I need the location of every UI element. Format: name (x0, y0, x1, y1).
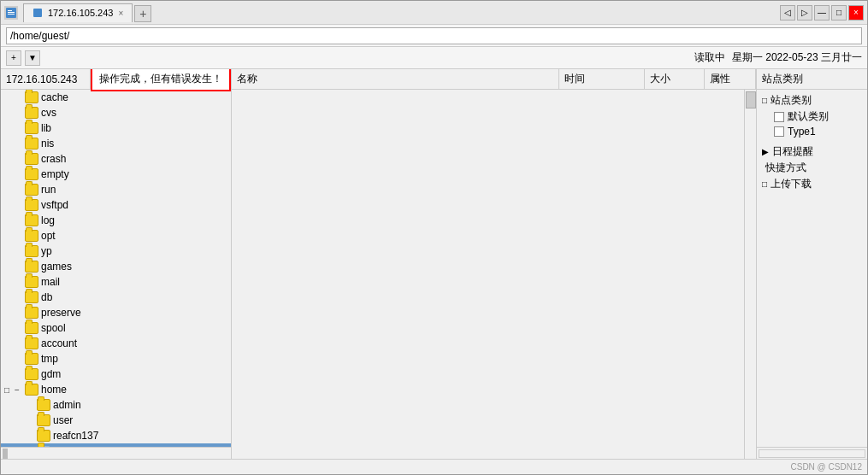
list-item[interactable]: vsftpd (1, 197, 231, 213)
col-attr-label: 属性 (710, 72, 730, 86)
tab-icon (32, 8, 43, 18)
list-item[interactable]: yp (1, 243, 231, 259)
folder-label: spool (41, 322, 66, 334)
collapse-icon[interactable]: □ (762, 96, 767, 105)
folder-icon (25, 368, 38, 380)
close-button[interactable]: × (848, 5, 864, 21)
list-item[interactable]: mail (1, 274, 231, 290)
list-item[interactable]: opt (1, 228, 231, 243)
list-item[interactable]: cache (1, 90, 231, 105)
checkbox-type1[interactable] (774, 126, 784, 137)
folder-icon (25, 230, 38, 242)
col-time-label: 时间 (564, 72, 585, 86)
folder-label: admin (53, 399, 81, 411)
list-item[interactable]: user (1, 413, 231, 428)
h-scrollbar[interactable] (1, 447, 231, 459)
add-tab-button[interactable]: + (134, 5, 151, 22)
address-input[interactable] (6, 27, 862, 44)
side-item-label: 默认类别 (788, 109, 829, 124)
folder-label: empty (41, 168, 69, 180)
col-name-label: 名称 (237, 72, 257, 86)
list-item[interactable]: □ − home (1, 382, 231, 397)
col-size-label: 大小 (650, 72, 670, 86)
list-item[interactable]: account (1, 336, 231, 351)
list-item[interactable]: log (1, 213, 231, 228)
side-item-type1[interactable]: Type1 (762, 126, 862, 138)
svg-rect-4 (33, 9, 42, 17)
side-item-schedule[interactable]: ▶ 日程提醒 (762, 144, 862, 159)
folder-label: home (41, 384, 67, 396)
folder-label: nis (41, 138, 54, 150)
watermark: CSDN @ CSDN12 (790, 462, 862, 472)
v-scrollbar[interactable] (744, 90, 756, 459)
schedule-icon: ▶ (762, 147, 769, 156)
side-h-scrollbar[interactable] (757, 447, 867, 459)
list-item[interactable]: spool (1, 320, 231, 336)
folder-label: cache (41, 91, 68, 103)
side-panel-title: 站点类别 (762, 72, 803, 86)
folder-icon (25, 184, 38, 196)
col-header-name: 名称 (232, 69, 559, 89)
maximize-button[interactable]: □ (831, 5, 847, 21)
expand-tree-icon[interactable]: − (15, 385, 25, 395)
folder-label: cvs (41, 107, 56, 119)
list-item[interactable]: empty (1, 167, 231, 182)
side-item-label: Type1 (788, 126, 816, 138)
nav-forward-button[interactable]: ▷ (797, 5, 812, 21)
side-item-default[interactable]: 默认类别 (762, 109, 862, 124)
collapse-icon: □ (4, 385, 15, 395)
side-item-shortcut[interactable]: 快捷方式 (762, 161, 862, 175)
col-header-attr: 属性 (705, 69, 756, 89)
tab-close-icon[interactable]: × (118, 9, 123, 18)
status-text: 读取中 (694, 50, 725, 65)
window-controls: ◁ ▷ — □ × (780, 5, 864, 21)
col-header-size: 大小 (645, 69, 705, 89)
list-item[interactable]: games (1, 259, 231, 274)
add-button[interactable]: + (6, 50, 21, 66)
side-panel-content: □ 站点类别 默认类别 Type1 ▶ 日程提醒 (757, 90, 867, 196)
nav-back-button[interactable]: ◁ (780, 5, 795, 21)
checkbox-default[interactable] (774, 112, 784, 122)
side-panel: 站点类别 □ 站点类别 默认类别 Type1 ▶ (756, 69, 867, 459)
list-item[interactable]: run (1, 182, 231, 197)
list-item[interactable]: lib (1, 120, 231, 136)
toolbar-left: + ▼ (6, 50, 40, 66)
folder-icon (25, 353, 38, 365)
list-item[interactable]: nis (1, 136, 231, 151)
file-tree[interactable]: cache cvs lib nis (1, 90, 231, 447)
folder-icon (25, 122, 38, 134)
list-item[interactable]: cvs (1, 105, 231, 120)
active-tab[interactable]: 172.16.105.243 × (23, 3, 133, 22)
toolbar: + ▼ 读取中 星期一 2022-05-23 三月廿一 (1, 47, 867, 69)
col-header-ip: 172.16.105.243 (1, 69, 91, 89)
toolbar-right: 读取中 星期一 2022-05-23 三月廿一 (694, 50, 862, 65)
side-item-upload[interactable]: □ 上传下载 (762, 177, 862, 191)
folder-icon (25, 276, 38, 288)
folder-icon (37, 445, 50, 447)
error-text: 操作完成，但有错误发生！ (99, 72, 222, 86)
status-bar: CSDN @ CSDN12 (1, 459, 867, 474)
folder-icon (25, 153, 38, 165)
date-text: 星期一 2022-05-23 三月廿一 (732, 50, 862, 65)
list-item[interactable]: admin (1, 397, 231, 413)
list-item[interactable]: gdm (1, 367, 231, 382)
list-item[interactable]: tmp (1, 351, 231, 367)
folder-label: lib (41, 122, 51, 134)
folder-icon (25, 245, 38, 257)
minimize-button[interactable]: — (814, 5, 830, 21)
list-item[interactable]: reafcn137 (1, 428, 231, 443)
folder-icon (25, 199, 38, 211)
address-bar (1, 25, 867, 47)
side-item-label: 快捷方式 (765, 161, 806, 175)
folder-label: log (41, 214, 55, 226)
folder-label: vsftpd (41, 199, 68, 211)
dropdown-button[interactable]: ▼ (25, 50, 40, 66)
right-files (232, 90, 744, 459)
side-item-category: □ 站点类别 (762, 93, 862, 108)
list-item[interactable]: crash (1, 151, 231, 167)
list-item[interactable]: preserve (1, 305, 231, 320)
folder-icon (25, 107, 38, 119)
svg-rect-3 (8, 10, 12, 11)
list-item[interactable]: db (1, 290, 231, 305)
tab-bar: 172.16.105.243 × + (18, 3, 780, 22)
